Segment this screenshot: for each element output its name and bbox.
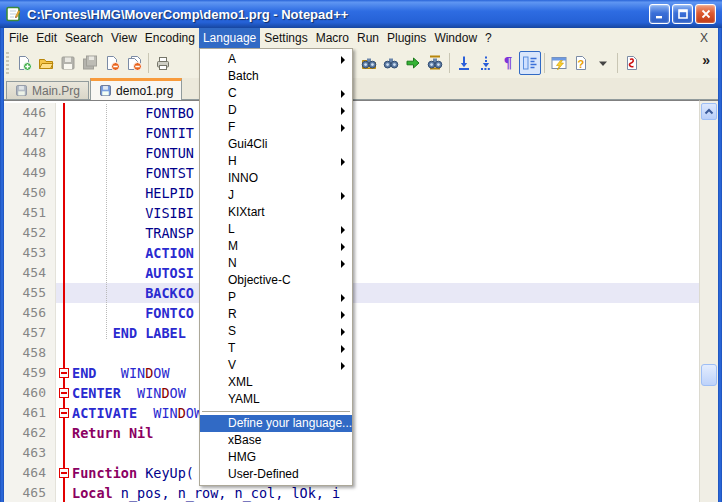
menubar-item-language[interactable]: Language bbox=[199, 28, 260, 48]
tab-main-prg[interactable]: Main.Prg bbox=[6, 81, 89, 99]
language-menu-item-s[interactable]: S bbox=[200, 323, 352, 340]
language-menu-item-xml[interactable]: XML bbox=[200, 374, 352, 391]
menubar-item-search[interactable]: Search bbox=[61, 28, 107, 48]
menubar-item-[interactable]: ? bbox=[481, 28, 496, 48]
code-text: CENTER WINDOW bbox=[72, 383, 699, 403]
menubar-item-encoding[interactable]: Encoding bbox=[141, 28, 199, 48]
fold-collapse-icon[interactable] bbox=[59, 388, 69, 398]
toolbar-find-next-button[interactable] bbox=[402, 51, 424, 75]
toolbar-sync-scroll-vertical-button[interactable] bbox=[453, 51, 475, 75]
language-menu-item-v[interactable]: V bbox=[200, 357, 352, 374]
menubar-item-settings[interactable]: Settings bbox=[260, 28, 311, 48]
language-menu-item-l[interactable]: L bbox=[200, 221, 352, 238]
language-menu-item-p[interactable]: P bbox=[200, 289, 352, 306]
toolbar-separator bbox=[544, 53, 545, 73]
line-number: 453 bbox=[4, 243, 56, 263]
sync-scroll-vertical-icon bbox=[456, 55, 472, 71]
sync-scroll-horizontal-icon bbox=[478, 55, 494, 71]
close-document-button[interactable]: X bbox=[690, 28, 718, 48]
menubar-item-edit[interactable]: Edit bbox=[32, 28, 61, 48]
fold-margin bbox=[56, 203, 72, 223]
toolbar-save-button[interactable] bbox=[57, 51, 79, 75]
toolbar-udl-dialog-button[interactable] bbox=[548, 51, 570, 75]
language-menu-item-r[interactable]: R bbox=[200, 306, 352, 323]
app-icon bbox=[6, 6, 22, 22]
save-icon bbox=[60, 55, 76, 71]
language-menu-item-f[interactable]: F bbox=[200, 119, 352, 136]
close-button[interactable] bbox=[695, 4, 716, 24]
language-menu-item-inno[interactable]: INNO bbox=[200, 170, 352, 187]
toolbar-overflow-chevron[interactable]: » bbox=[702, 52, 710, 68]
line-number: 451 bbox=[4, 203, 56, 223]
tab-demo1-prg[interactable]: demo1.prg bbox=[90, 78, 182, 100]
window-border-left bbox=[0, 28, 4, 502]
minimize-button[interactable] bbox=[649, 4, 670, 24]
toolbar-open-file-button[interactable] bbox=[35, 51, 57, 75]
toolbar-sync-scroll-horizontal-button[interactable] bbox=[475, 51, 497, 75]
line-number: 454 bbox=[4, 263, 56, 283]
vertical-scrollbar[interactable] bbox=[699, 100, 718, 502]
help-icon: ? bbox=[573, 55, 589, 71]
toolbar-close-all-files-button[interactable] bbox=[123, 51, 145, 75]
language-menu-item-xbase[interactable]: xBase bbox=[200, 432, 352, 449]
submenu-arrow-icon bbox=[341, 192, 345, 200]
menubar-item-macro[interactable]: Macro bbox=[312, 28, 353, 48]
title-bar[interactable]: C:\Fontes\HMG\MoverComp\demo1.prg - Note… bbox=[0, 0, 722, 28]
language-menu-item-yaml[interactable]: YAML bbox=[200, 391, 352, 408]
fold-collapse-icon[interactable] bbox=[59, 408, 69, 418]
toolbar-show-all-characters-button[interactable]: ¶ bbox=[497, 51, 519, 75]
language-menu-item-gui4cli[interactable]: Gui4Cli bbox=[200, 136, 352, 153]
scrollbar-up-button[interactable] bbox=[701, 103, 717, 120]
menubar-item-plugins[interactable]: Plugins bbox=[383, 28, 430, 48]
language-menu-item-hmg[interactable]: HMG bbox=[200, 449, 352, 466]
fold-margin bbox=[56, 363, 72, 383]
toolbar-close-file-button[interactable] bbox=[101, 51, 123, 75]
language-menu-item-m[interactable]: M bbox=[200, 238, 352, 255]
toolbar-save-all-button[interactable] bbox=[79, 51, 101, 75]
menubar-item-file[interactable]: File bbox=[5, 28, 32, 48]
fold-margin bbox=[56, 103, 72, 123]
line-number: 458 bbox=[4, 343, 56, 363]
code-text: AUTOSI bbox=[72, 263, 699, 283]
maximize-button[interactable] bbox=[672, 4, 693, 24]
language-menu-item-batch[interactable]: Batch bbox=[200, 68, 352, 85]
submenu-arrow-icon bbox=[341, 345, 345, 353]
fold-collapse-icon[interactable] bbox=[59, 368, 69, 378]
toolbar-show-indent-guide-button[interactable] bbox=[519, 51, 541, 75]
toolbar-more-dropdown-button[interactable] bbox=[592, 51, 614, 75]
language-menu-item-objective-c[interactable]: Objective-C bbox=[200, 272, 352, 289]
language-menu-item-user-defined[interactable]: User-Defined bbox=[200, 466, 352, 483]
menubar-item-view[interactable]: View bbox=[107, 28, 141, 48]
code-text: FONTUN bbox=[72, 143, 699, 163]
language-menu-item-define-your-language[interactable]: Define your language... bbox=[200, 415, 352, 432]
language-menu-item-a[interactable]: A bbox=[200, 51, 352, 68]
toolbar-help-button[interactable]: ? bbox=[570, 51, 592, 75]
document-icon bbox=[99, 84, 112, 97]
language-menu-item-kixtart[interactable]: KIXtart bbox=[200, 204, 352, 221]
open-file-icon bbox=[38, 55, 54, 71]
language-menu-item-h[interactable]: H bbox=[200, 153, 352, 170]
code-text: Function KeyUp( bbox=[72, 463, 699, 483]
menubar-item-run[interactable]: Run bbox=[353, 28, 383, 48]
fold-collapse-icon[interactable] bbox=[59, 468, 69, 478]
toolbar-grip[interactable] bbox=[6, 52, 9, 74]
language-menu-item-d[interactable]: D bbox=[200, 102, 352, 119]
menubar-item-window[interactable]: Window bbox=[430, 28, 481, 48]
fold-margin bbox=[56, 143, 72, 163]
maximize-icon bbox=[677, 8, 689, 20]
new-file-icon bbox=[16, 55, 32, 71]
fold-margin bbox=[56, 403, 72, 423]
toolbar-find-button[interactable] bbox=[380, 51, 402, 75]
line-number: 455 bbox=[4, 283, 56, 303]
toolbar-replace-button[interactable] bbox=[424, 51, 446, 75]
scrollbar-thumb[interactable] bbox=[701, 364, 717, 386]
language-menu-item-n[interactable]: N bbox=[200, 255, 352, 272]
toolbar-print-button[interactable] bbox=[152, 51, 174, 75]
language-menu-item-j[interactable]: J bbox=[200, 187, 352, 204]
toolbar-new-file-button[interactable] bbox=[13, 51, 35, 75]
toolbar-plugin-macro-button[interactable] bbox=[621, 51, 643, 75]
language-menu-item-t[interactable]: T bbox=[200, 340, 352, 357]
language-menu-item-c[interactable]: C bbox=[200, 85, 352, 102]
toolbar-find-in-files-button[interactable] bbox=[358, 51, 380, 75]
code-text: Return Nil bbox=[72, 423, 699, 443]
